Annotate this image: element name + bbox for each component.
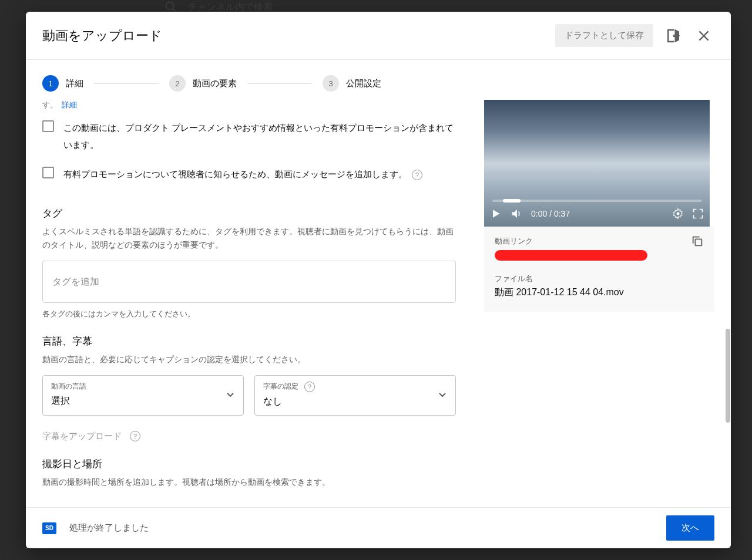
help-icon[interactable]: ? [304,382,315,392]
stepper: 1 詳細 2 動画の要素 3 公開設定 [26,60,731,100]
date-location-section: 撮影日と場所 動画の撮影時間と場所を追加します。視聴者は場所から動画を検索できま… [42,457,456,490]
step-visibility[interactable]: 3 公開設定 [323,75,381,92]
truncated-previous-text: す。 詳細 [42,100,456,110]
scrollbar-thumb[interactable] [726,329,730,423]
caption-certification-select[interactable]: 字幕の認定 ? なし [254,375,456,416]
sd-badge: SD [42,522,56,534]
gear-icon[interactable] [672,208,684,220]
video-link-label: 動画リンク [495,236,647,247]
close-button[interactable] [693,25,714,46]
dialog-header: 動画をアップロード ドラフトとして保存 [26,12,731,60]
chevron-down-icon [439,393,446,397]
save-draft-button[interactable]: ドラフトとして保存 [555,24,653,47]
file-name-label: ファイル名 [495,274,704,284]
svg-rect-5 [695,239,701,245]
video-language-select[interactable]: 動画の言語 選択 [42,375,244,416]
exit-door-icon[interactable] [664,26,683,45]
paid-promotion-notify-checkbox-row: 有料プロモーションについて視聴者に知らせるため、動画にメッセージを追加します。 … [42,161,456,191]
video-info-panel: 動画リンク ファイル名 動画 2017-01-12 15 44 04.mov [484,227,714,312]
video-time: 0:00 / 0:37 [531,209,570,218]
file-name-value: 動画 2017-01-12 15 44 04.mov [495,286,704,299]
play-icon[interactable] [490,208,502,220]
upload-subtitles-button: 字幕をアップロード ? [42,431,456,442]
form-scroll-area[interactable]: す。 詳細 この動画には、プロダクト プレースメントやおすすめ情報といった有料プ… [42,100,484,498]
language-section: 言語、字幕 動画の言語と、必要に応じてキャプションの認定を選択してください。 動… [42,335,456,442]
tags-section: タグ よくスペルミスされる単語を認識するために、タグを利用できます。視聴者に動画… [42,207,456,320]
video-link-redacted [495,250,647,261]
copy-icon[interactable] [691,235,704,248]
upload-dialog: 動画をアップロード ドラフトとして保存 1 詳細 2 動画の要素 3 公開設定 … [26,12,731,548]
processing-status: 処理が終了しました [69,522,149,534]
video-preview[interactable]: 0:00 / 0:37 [484,100,710,227]
svg-point-4 [677,212,680,215]
tags-input-wrapper[interactable] [42,261,456,303]
next-button[interactable]: 次へ [666,515,714,541]
dialog-title: 動画をアップロード [42,27,162,45]
volume-icon[interactable] [510,207,523,220]
paid-promotion-checkbox-row: この動画には、プロダクト プレースメントやおすすめ情報といった有料プロモーション… [42,115,456,161]
video-controls: 0:00 / 0:37 [484,201,710,227]
tags-input[interactable] [52,276,446,287]
paid-promotion-notify-checkbox[interactable] [42,167,54,178]
fullscreen-icon[interactable] [692,208,704,220]
dialog-footer: SD 処理が終了しました 次へ [26,507,731,548]
chevron-down-icon [227,393,234,397]
step-details[interactable]: 1 詳細 [42,75,83,92]
help-icon[interactable]: ? [130,431,140,441]
help-icon[interactable]: ? [412,170,422,180]
step-video-elements[interactable]: 2 動画の要素 [169,75,237,92]
details-link[interactable]: 詳細 [62,100,77,109]
paid-promotion-checkbox[interactable] [42,120,54,132]
close-icon [696,28,711,43]
